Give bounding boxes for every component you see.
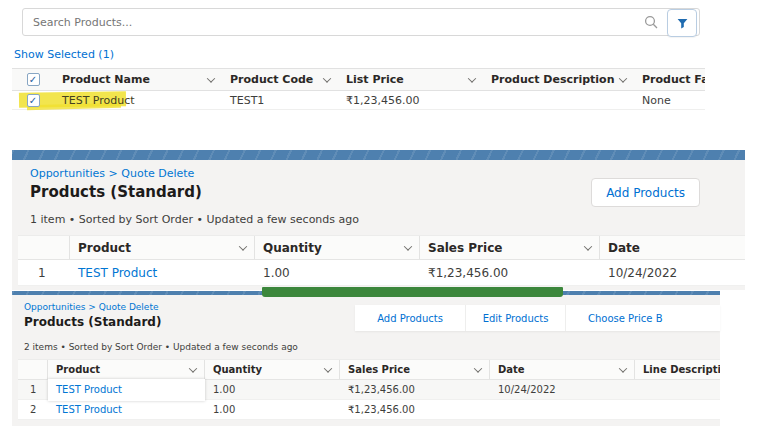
- row-number-header: [18, 236, 70, 259]
- list-price-cell: ₹1,23,456.00: [338, 91, 483, 109]
- quantity-cell: 1.00: [205, 400, 340, 419]
- date-cell: 10/24/2022: [600, 260, 745, 285]
- chevron-down-icon[interactable]: [619, 74, 627, 82]
- quantity-cell: 1.00: [205, 380, 340, 399]
- add-products-button[interactable]: Add Products: [591, 178, 700, 207]
- product-link[interactable]: TEST Product: [78, 266, 157, 280]
- column-label: Product: [78, 241, 131, 255]
- line-description-cell: [635, 400, 720, 419]
- column-header-product-family[interactable]: Product Family: [634, 69, 705, 90]
- search-icon: [644, 15, 658, 29]
- table-row[interactable]: ✓ TEST Product TEST1 ₹1,23,456.00 None: [12, 91, 705, 110]
- column-label: Product Code: [230, 73, 313, 86]
- chevron-down-icon[interactable]: [323, 74, 331, 82]
- edit-products-button[interactable]: Edit Products: [465, 305, 565, 331]
- product-link[interactable]: TEST Product: [56, 384, 122, 395]
- panel-header-bar: [12, 150, 745, 160]
- row-number-header: [18, 360, 48, 379]
- column-header-product-name[interactable]: Product Name: [54, 69, 222, 90]
- column-header-sales-price[interactable]: Sales Price: [340, 360, 490, 379]
- column-label: Line Description: [643, 364, 720, 375]
- row-number: 2: [18, 400, 48, 419]
- column-header-list-price[interactable]: List Price: [338, 69, 483, 90]
- column-header-product[interactable]: Product: [70, 236, 255, 259]
- chevron-down-icon[interactable]: [404, 242, 412, 250]
- column-header-quantity[interactable]: Quantity: [255, 236, 420, 259]
- column-header-sales-price[interactable]: Sales Price: [420, 236, 600, 259]
- table-header: Product Quantity Sales Price Date Line D…: [18, 359, 720, 380]
- chevron-down-icon[interactable]: [474, 364, 482, 372]
- show-selected-link[interactable]: Show Selected (1): [14, 48, 114, 61]
- choose-price-book-button[interactable]: Choose Price B: [565, 305, 720, 331]
- row-number: 1: [18, 380, 48, 399]
- chevron-down-icon[interactable]: [324, 364, 332, 372]
- spacer: [12, 110, 705, 120]
- chevron-down-icon[interactable]: [207, 74, 215, 82]
- success-toast-edge: [262, 287, 563, 297]
- column-label: Sales Price: [348, 364, 410, 375]
- table-row[interactable]: 1 TEST Product 1.00 ₹1,23,456.00 10/24/2…: [18, 380, 720, 400]
- table-row[interactable]: 1 TEST Product 1.00 ₹1,23,456.00 10/24/2…: [18, 260, 745, 286]
- list-status-text: 1 item • Sorted by Sort Order • Updated …: [30, 213, 745, 226]
- select-all-checkbox[interactable]: ✓: [27, 73, 40, 86]
- column-label: Product Description: [491, 73, 615, 86]
- column-label: Quantity: [213, 364, 262, 375]
- panel-body: Opportunities > Quote Delete Products (S…: [12, 295, 720, 426]
- table-row[interactable]: 2 TEST Product 1.00 ₹1,23,456.00: [18, 400, 720, 420]
- chevron-down-icon[interactable]: [239, 242, 247, 250]
- column-header-quantity[interactable]: Quantity: [205, 360, 340, 379]
- list-status-text: 2 items • Sorted by Sort Order • Updated…: [24, 342, 720, 352]
- sales-price-cell: ₹1,23,456.00: [420, 260, 600, 285]
- product-description-cell: [483, 91, 634, 109]
- search-input[interactable]: [22, 8, 700, 36]
- action-button-group: Add Products Edit Products Choose Price …: [355, 305, 720, 331]
- sales-price-cell: ₹1,23,456.00: [340, 400, 490, 419]
- select-all-cell: ✓: [12, 69, 54, 90]
- date-cell: 10/24/2022: [490, 380, 635, 399]
- product-name-cell: TEST Product: [54, 91, 222, 109]
- column-label: Date: [498, 364, 525, 375]
- column-label: List Price: [346, 73, 404, 86]
- column-header-date[interactable]: Date: [600, 236, 745, 259]
- breadcrumb[interactable]: Opportunities > Quote Delete: [24, 302, 158, 312]
- column-header-product-description[interactable]: Product Description: [483, 69, 634, 90]
- filter-funnel-icon: [676, 17, 689, 30]
- quote-products-panel-2: Opportunities > Quote Delete Products (S…: [12, 291, 720, 426]
- column-header-product-code[interactable]: Product Code: [222, 69, 338, 90]
- chevron-down-icon[interactable]: [584, 242, 592, 250]
- chevron-down-icon[interactable]: [189, 364, 197, 372]
- column-label: Date: [608, 241, 640, 255]
- search-table-header: ✓ Product Name Product Code List Price P…: [12, 68, 705, 91]
- column-header-line-description[interactable]: Line Description: [635, 360, 720, 379]
- column-header-product[interactable]: Product: [48, 360, 205, 379]
- column-label: Product Name: [62, 73, 150, 86]
- panel-body: Opportunities > Quote Delete Products (S…: [12, 160, 745, 290]
- table-header: Product Quantity Sales Price Date: [18, 235, 745, 260]
- product-code-cell: TEST1: [222, 91, 338, 109]
- quantity-cell: 1.00: [255, 260, 420, 285]
- product-link[interactable]: TEST Product: [56, 404, 122, 415]
- line-description-cell: [635, 380, 720, 399]
- column-label: Product: [56, 364, 100, 375]
- filter-button[interactable]: [667, 9, 697, 37]
- quote-items-table: Product Quantity Sales Price Date 1 TEST…: [18, 235, 745, 286]
- quote-items-table: Product Quantity Sales Price Date Line D…: [18, 359, 720, 420]
- column-header-date[interactable]: Date: [490, 360, 635, 379]
- product-search-panel: Show Selected (1) ✓ Product Name Product…: [12, 5, 705, 120]
- product-family-cell: None: [634, 91, 705, 109]
- column-label: Quantity: [263, 241, 322, 255]
- date-cell: [490, 400, 635, 419]
- row-checkbox[interactable]: ✓: [27, 94, 40, 107]
- column-label: Sales Price: [428, 241, 502, 255]
- search-bar: [22, 8, 700, 37]
- chevron-down-icon[interactable]: [619, 364, 627, 372]
- sales-price-cell: ₹1,23,456.00: [340, 380, 490, 399]
- breadcrumb[interactable]: Opportunities > Quote Delete: [30, 167, 194, 180]
- column-label: Product Family: [642, 73, 705, 86]
- chevron-down-icon[interactable]: [468, 74, 476, 82]
- add-products-button[interactable]: Add Products: [355, 305, 465, 331]
- quote-products-panel-1: Opportunities > Quote Delete Products (S…: [12, 150, 745, 290]
- row-number: 1: [18, 260, 70, 285]
